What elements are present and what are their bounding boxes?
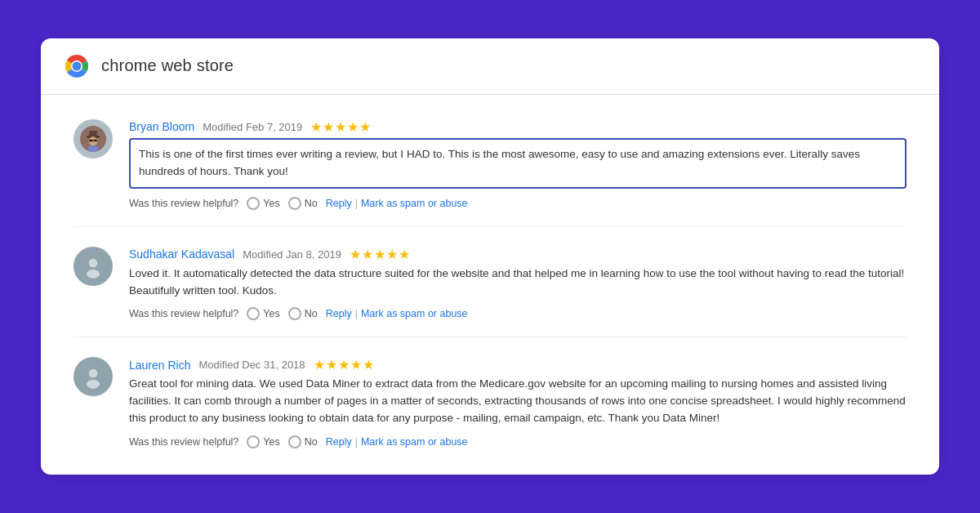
review-content: Lauren Rich Modified Dec 31, 2018 ★ ★ ★ …	[129, 357, 906, 448]
star-2: ★	[362, 247, 373, 262]
chrome-logo-icon	[64, 53, 90, 79]
reviews-container: Bryan Bloom Modified Feb 7, 2019 ★ ★ ★ ★…	[41, 95, 939, 475]
yes-label: Yes	[263, 198, 279, 209]
star-4: ★	[347, 119, 359, 135]
star-2: ★	[323, 119, 334, 135]
star-1: ★	[310, 119, 322, 135]
spam-link[interactable]: Mark as spam or abuse	[361, 198, 468, 209]
no-option[interactable]: No	[288, 197, 318, 210]
reviewer-name[interactable]: Sudhakar Kadavasal	[129, 248, 234, 261]
star-rating: ★ ★ ★ ★ ★	[310, 119, 371, 135]
no-radio[interactable]	[288, 197, 301, 210]
svg-rect-7	[89, 139, 92, 141]
review-text: This is one of the first times ever writ…	[129, 138, 906, 189]
review-date: Modified Jan 8, 2019	[243, 248, 341, 261]
star-4: ★	[386, 247, 398, 262]
star-5: ★	[363, 357, 374, 372]
svg-rect-5	[89, 131, 96, 137]
star-1: ★	[314, 357, 325, 372]
review-date: Modified Feb 7, 2019	[203, 121, 302, 133]
review-content: Sudhakar Kadavasal Modified Jan 8, 2019 …	[129, 247, 906, 321]
helpful-question: Was this review helpful?	[129, 308, 238, 319]
helpful-row: Was this review helpful? Yes No Reply | …	[129, 435, 906, 448]
pipe-divider: |	[355, 436, 358, 448]
helpful-question: Was this review helpful?	[129, 436, 238, 448]
header: chrome web store	[41, 38, 939, 95]
avatar	[74, 119, 113, 158]
svg-point-13	[87, 270, 100, 279]
star-3: ★	[338, 357, 350, 372]
helpful-row: Was this review helpful? Yes No Reply | …	[129, 197, 906, 210]
yes-radio[interactable]	[247, 197, 260, 210]
review-item: Lauren Rich Modified Dec 31, 2018 ★ ★ ★ …	[41, 341, 939, 462]
no-radio[interactable]	[288, 307, 301, 320]
reply-link[interactable]: Reply	[326, 308, 352, 319]
avatar	[74, 357, 113, 396]
spam-link[interactable]: Mark as spam or abuse	[361, 308, 468, 319]
spam-link[interactable]: Mark as spam or abuse	[361, 436, 468, 448]
no-option[interactable]: No	[288, 307, 318, 320]
star-5: ★	[399, 247, 410, 262]
star-3: ★	[335, 119, 346, 135]
yes-radio[interactable]	[247, 307, 260, 320]
helpful-question: Was this review helpful?	[129, 198, 238, 209]
star-2: ★	[326, 357, 337, 372]
star-3: ★	[374, 247, 385, 262]
reply-link[interactable]: Reply	[326, 198, 352, 209]
review-content: Bryan Bloom Modified Feb 7, 2019 ★ ★ ★ ★…	[129, 119, 906, 210]
star-rating: ★ ★ ★ ★ ★	[350, 247, 410, 262]
review-header: Sudhakar Kadavasal Modified Jan 8, 2019 …	[129, 247, 906, 262]
svg-point-2	[73, 61, 82, 70]
no-label: No	[305, 308, 318, 319]
pipe-divider: |	[355, 308, 358, 319]
yes-label: Yes	[263, 436, 279, 448]
star-5: ★	[359, 119, 371, 135]
yes-option[interactable]: Yes	[247, 435, 279, 448]
review-header: Bryan Bloom Modified Feb 7, 2019 ★ ★ ★ ★…	[129, 119, 906, 135]
star-4: ★	[350, 357, 362, 372]
review-divider	[74, 337, 906, 337]
star-1: ★	[350, 247, 361, 262]
reply-link[interactable]: Reply	[326, 436, 352, 448]
pipe-divider: |	[355, 198, 358, 209]
avatar	[74, 247, 113, 286]
review-item: Bryan Bloom Modified Feb 7, 2019 ★ ★ ★ ★…	[41, 103, 939, 223]
yes-option[interactable]: Yes	[247, 197, 279, 210]
review-item: Sudhakar Kadavasal Modified Jan 8, 2019 …	[41, 230, 939, 334]
no-label: No	[305, 436, 318, 448]
review-date: Modified Dec 31, 2018	[199, 359, 305, 371]
svg-point-15	[89, 369, 98, 378]
review-header: Lauren Rich Modified Dec 31, 2018 ★ ★ ★ …	[129, 357, 906, 372]
review-divider	[74, 226, 906, 227]
svg-point-16	[87, 380, 100, 389]
yes-option[interactable]: Yes	[247, 307, 279, 320]
svg-rect-8	[94, 139, 97, 141]
review-text: Loved it. It automatically detected the …	[129, 265, 906, 300]
svg-point-10	[87, 145, 98, 152]
reviewer-name[interactable]: Bryan Bloom	[129, 120, 194, 133]
no-label: No	[305, 198, 318, 209]
no-radio[interactable]	[288, 435, 301, 448]
yes-radio[interactable]	[247, 435, 260, 448]
header-title: chrome web store	[101, 56, 234, 75]
yes-label: Yes	[263, 308, 279, 319]
helpful-row: Was this review helpful? Yes No Reply | …	[129, 307, 906, 320]
svg-point-12	[89, 258, 98, 267]
star-rating: ★ ★ ★ ★ ★	[314, 357, 374, 372]
reviewer-name[interactable]: Lauren Rich	[129, 359, 191, 372]
main-card: chrome web store	[41, 38, 939, 475]
review-text: Great tool for mining data. We used Data…	[129, 376, 906, 427]
no-option[interactable]: No	[288, 435, 318, 448]
